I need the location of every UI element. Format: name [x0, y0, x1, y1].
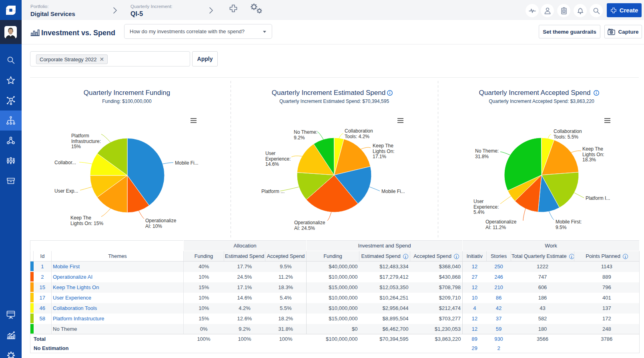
svg-text:OperationalizeAI: 10%: OperationalizeAI: 10%	[145, 218, 177, 229]
svg-text:No Theme:31.8%: No Theme:31.8%	[475, 148, 499, 159]
svg-text:Funding: $100,000,000: Funding: $100,000,000	[102, 99, 152, 104]
svg-text:OperationalizeAI: 24.5%: OperationalizeAI: 24.5%	[294, 220, 325, 231]
svg-text:CollaborationTools: 4.2%: CollaborationTools: 4.2%	[345, 128, 373, 139]
svg-text:Quarterly Increment Accepted S: Quarterly Increment Accepted Spend: $3,8…	[489, 99, 594, 104]
svg-text:Mobile Fi...: Mobile Fi...	[175, 160, 199, 166]
svg-text:No Theme:9.2%: No Theme:9.2%	[294, 129, 317, 141]
svg-text:Platform ...: Platform ...	[261, 189, 285, 194]
svg-text:Quarterly Increment Estimated: Quarterly Increment Estimated Spend: $70…	[279, 99, 389, 104]
svg-text:Keep TheLights On:18.3%: Keep TheLights On:18.3%	[582, 146, 604, 163]
svg-text:Collabor...: Collabor...	[54, 160, 76, 165]
svg-text:CollaborationTools: 5.5%: CollaborationTools: 5.5%	[554, 129, 582, 140]
svg-text:PlatformInfrastructure:15%: PlatformInfrastructure:15%	[71, 133, 101, 149]
svg-text:Platform I...: Platform I...	[586, 195, 610, 201]
svg-text:Keep TheLights On:17.1%: Keep TheLights On:17.1%	[373, 143, 395, 159]
svg-text:User Exp...: User Exp...	[54, 188, 78, 194]
svg-text:Quarterly Increment Funding: Quarterly Increment Funding	[84, 89, 170, 97]
svg-text:UserExperience:14.6%: UserExperience:14.6%	[265, 151, 291, 167]
svg-text:Keep TheLights On: 15%: Keep TheLights On: 15%	[70, 215, 103, 226]
svg-text:Quarterly Increment Estimated: Quarterly Increment Estimated Spend	[272, 89, 385, 97]
svg-text:OperationalizeAI: 11.2%: OperationalizeAI: 11.2%	[486, 219, 517, 230]
svg-text:Mobile Fi...: Mobile Fi...	[381, 189, 405, 194]
svg-text:Mobile First:9.5%: Mobile First:9.5%	[556, 219, 582, 230]
svg-text:UserExperience:5.4%: UserExperience:5.4%	[473, 199, 499, 215]
svg-text:Quarterly Increment Accepted S: Quarterly Increment Accepted Spend	[479, 89, 591, 97]
